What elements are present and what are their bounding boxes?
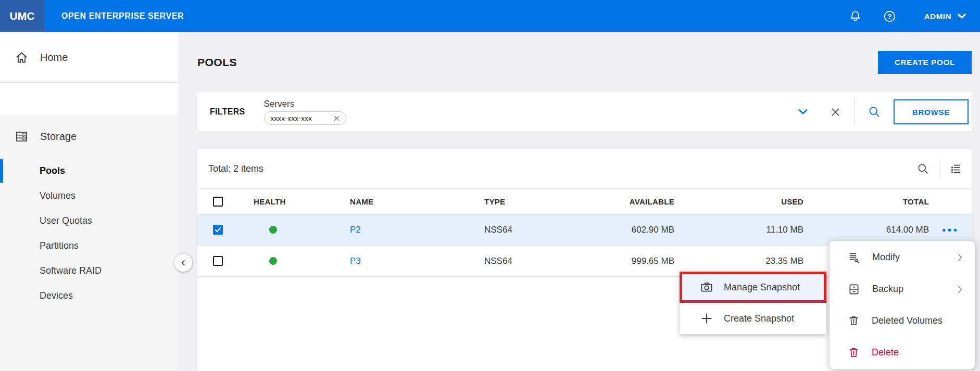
top-bar: UMC OPEN ENTERPRISE SERVER ? ADMIN: [0, 0, 980, 32]
bell-icon: [848, 9, 862, 23]
notifications-button[interactable]: [848, 9, 863, 23]
servers-field-label: Servers: [264, 99, 346, 109]
select-all-checkbox[interactable]: [213, 197, 223, 207]
menu-item-manage-snapshot[interactable]: Manage Snapshot: [680, 272, 826, 303]
storage-section: Storage Pools Volumes User Quotas Partit…: [0, 114, 179, 371]
list-icon: [949, 162, 962, 175]
sidebar-volumes-label: Volumes: [40, 190, 76, 201]
table-search-button[interactable]: [914, 160, 932, 178]
filters-bar: FILTERS Servers xxxx-xxx-xxx: [197, 92, 972, 132]
menu-item-label: Backup: [872, 284, 903, 295]
clear-filters-button[interactable]: [826, 103, 844, 121]
product-title: OPEN ENTERPRISE SERVER: [61, 11, 184, 21]
sidebar-item-storage[interactable]: Storage: [0, 114, 179, 158]
sidebar-item-devices[interactable]: Devices: [0, 283, 179, 308]
search-icon: [916, 162, 929, 175]
sidebar-pools-label: Pools: [40, 165, 65, 176]
table-header-row: HEALTH NAME TYPE AVAILABLE USED TOTAL: [197, 188, 972, 214]
pool-name-link[interactable]: P3: [350, 256, 361, 266]
pool-available: 999.65 MB: [588, 256, 674, 266]
menu-item-label: Create Snapshot: [724, 313, 794, 324]
sidebar-divider: [0, 82, 179, 83]
apply-filter-search-button[interactable]: [865, 103, 883, 121]
page-header: POOLS CREATE POOL: [197, 32, 972, 92]
chevron-left-icon: [178, 258, 189, 268]
sidebar-collapse-button[interactable]: [174, 254, 192, 272]
row-context-menu: Modify Backup: [830, 241, 975, 369]
pool-total: 614.00 MB: [803, 225, 929, 235]
total-items-label: Total: 2 items: [208, 163, 263, 174]
pool-used: 23.35 MB: [674, 256, 803, 266]
sidebar-software-raid-label: Software RAID: [40, 265, 102, 276]
menu-item-label: Delete: [872, 347, 899, 358]
column-header-used[interactable]: USED: [674, 197, 803, 206]
umc-logo: UMC: [0, 0, 44, 32]
chevron-right-icon: [954, 252, 965, 263]
health-status-dot: [269, 257, 277, 265]
camera-icon: [700, 280, 713, 294]
sidebar-item-user-quotas[interactable]: User Quotas: [0, 208, 179, 233]
servers-filter-field: Servers xxxx-xxx-xxx: [264, 99, 346, 125]
snapshot-submenu: Manage Snapshot Create Snapshot: [680, 272, 826, 334]
help-icon: ?: [883, 9, 897, 23]
column-header-type[interactable]: TYPE: [484, 197, 588, 206]
table-toolbar: Total: 2 items: [197, 149, 972, 188]
sidebar-item-partitions[interactable]: Partitions: [0, 233, 179, 258]
pool-type: NSS64: [484, 225, 588, 235]
close-icon: [830, 106, 841, 118]
chevron-right-icon: [954, 284, 965, 295]
sidebar-partitions-label: Partitions: [40, 240, 79, 251]
sidebar-item-volumes[interactable]: Volumes: [0, 183, 179, 208]
trash-icon: [847, 346, 860, 359]
sidebar: Home Storage Pools Vo: [0, 32, 179, 371]
check-icon: [214, 226, 222, 234]
menu-item-create-snapshot[interactable]: Create Snapshot: [680, 303, 826, 334]
create-pool-button[interactable]: CREATE POOL: [878, 51, 972, 74]
menu-item-label: Manage Snapshot: [724, 282, 800, 293]
row-checkbox[interactable]: [213, 256, 223, 266]
list-view-button[interactable]: [947, 160, 964, 178]
menu-item-label: Modify: [872, 252, 900, 263]
storage-icon: [15, 130, 29, 144]
row-checkbox[interactable]: [213, 225, 223, 235]
user-menu[interactable]: ADMIN: [924, 10, 968, 22]
server-chip-value: xxxx-xxx-xxx: [271, 114, 312, 122]
chevron-down-icon: [956, 10, 968, 22]
server-filter-chip[interactable]: xxxx-xxx-xxx: [264, 111, 346, 125]
expand-filters-button[interactable]: [794, 103, 812, 121]
home-icon: [15, 50, 29, 65]
sidebar-item-pools[interactable]: Pools: [0, 158, 179, 183]
menu-item-delete[interactable]: Delete: [830, 337, 975, 368]
sidebar-devices-label: Devices: [40, 290, 73, 301]
menu-item-modify[interactable]: Modify: [830, 241, 975, 273]
sidebar-item-software-raid[interactable]: Software RAID: [0, 258, 179, 283]
search-icon: [868, 105, 881, 119]
menu-item-backup[interactable]: Backup: [830, 273, 975, 305]
plus-icon: [700, 312, 713, 325]
svg-text:?: ?: [888, 12, 892, 20]
chip-close-icon[interactable]: [333, 114, 341, 122]
pool-used: 11.10 MB: [674, 225, 803, 235]
column-header-available[interactable]: AVAILABLE: [588, 197, 674, 206]
modify-icon: [847, 251, 861, 264]
page-title: POOLS: [197, 56, 237, 69]
browse-button[interactable]: BROWSE: [894, 99, 969, 124]
sidebar-storage-label: Storage: [40, 131, 77, 143]
help-button[interactable]: ?: [883, 9, 897, 23]
column-header-total[interactable]: TOTAL: [803, 197, 929, 206]
menu-item-label: Deleted Volumes: [872, 315, 943, 326]
pool-available: 602.90 MB: [588, 225, 674, 235]
menu-item-deleted-volumes[interactable]: Deleted Volumes: [830, 305, 975, 337]
pool-name-link[interactable]: P2: [350, 225, 361, 235]
toolbar-divider: [939, 159, 939, 180]
row-actions-button[interactable]: ●●●: [942, 226, 959, 234]
trash-icon: [847, 314, 860, 327]
pool-type: NSS64: [484, 256, 588, 266]
user-name: ADMIN: [924, 12, 951, 21]
sidebar-home-label: Home: [40, 52, 68, 63]
backup-icon: [847, 283, 861, 296]
column-header-name[interactable]: NAME: [350, 197, 484, 206]
column-header-health[interactable]: HEALTH: [239, 197, 350, 206]
sidebar-user-quotas-label: User Quotas: [40, 215, 92, 226]
sidebar-item-home[interactable]: Home: [0, 32, 179, 82]
